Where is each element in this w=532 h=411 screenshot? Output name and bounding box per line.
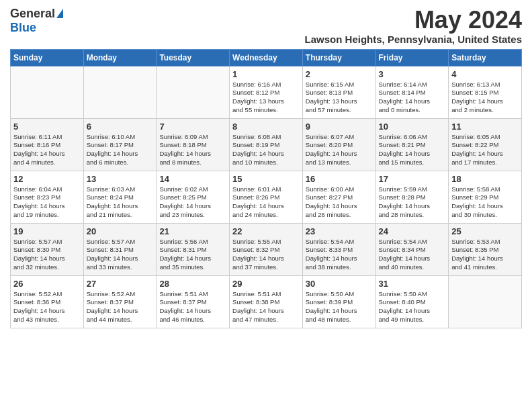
month-title: May 2024 <box>305 7 522 34</box>
calendar-cell: 2Sunrise: 6:15 AM Sunset: 8:13 PM Daylig… <box>302 66 375 118</box>
cell-info: Sunrise: 5:58 AM Sunset: 8:29 PM Dayligh… <box>451 185 519 220</box>
calendar-cell: 4Sunrise: 6:13 AM Sunset: 8:15 PM Daylig… <box>449 66 522 118</box>
cell-info: Sunrise: 6:14 AM Sunset: 8:14 PM Dayligh… <box>379 81 446 115</box>
calendar-week-row: 5Sunrise: 6:11 AM Sunset: 8:16 PM Daylig… <box>11 118 522 171</box>
calendar-cell: 5Sunrise: 6:11 AM Sunset: 8:16 PM Daylig… <box>11 118 84 171</box>
cell-info: Sunrise: 5:56 AM Sunset: 8:31 PM Dayligh… <box>159 238 226 272</box>
calendar-cell: 18Sunrise: 5:58 AM Sunset: 8:29 PM Dayli… <box>449 171 522 223</box>
day-number: 13 <box>87 174 154 184</box>
calendar-cell: 1Sunrise: 6:16 AM Sunset: 8:12 PM Daylig… <box>230 66 303 118</box>
calendar-cell: 24Sunrise: 5:54 AM Sunset: 8:34 PM Dayli… <box>375 223 449 275</box>
day-of-week-header: Tuesday <box>157 49 230 66</box>
calendar-cell: 20Sunrise: 5:57 AM Sunset: 8:31 PM Dayli… <box>83 223 157 275</box>
day-number: 18 <box>451 174 519 184</box>
day-number: 28 <box>159 279 226 289</box>
calendar-cell: 12Sunrise: 6:04 AM Sunset: 8:23 PM Dayli… <box>11 171 84 223</box>
day-of-week-header: Wednesday <box>230 49 303 66</box>
cell-info: Sunrise: 6:15 AM Sunset: 8:13 PM Dayligh… <box>306 81 373 115</box>
cell-info: Sunrise: 6:08 AM Sunset: 8:19 PM Dayligh… <box>232 133 300 167</box>
day-number: 5 <box>13 122 81 132</box>
day-number: 4 <box>451 69 519 79</box>
calendar-cell: 30Sunrise: 5:50 AM Sunset: 8:39 PM Dayli… <box>302 275 375 328</box>
day-number: 11 <box>451 122 519 132</box>
day-of-week-header: Monday <box>83 49 157 66</box>
cell-info: Sunrise: 6:00 AM Sunset: 8:27 PM Dayligh… <box>306 185 373 220</box>
calendar-header-row: SundayMondayTuesdayWednesdayThursdayFrid… <box>11 49 522 66</box>
day-of-week-header: Thursday <box>302 49 375 66</box>
cell-info: Sunrise: 6:10 AM Sunset: 8:17 PM Dayligh… <box>87 133 154 167</box>
day-number: 22 <box>232 226 300 236</box>
calendar-cell: 21Sunrise: 5:56 AM Sunset: 8:31 PM Dayli… <box>157 223 230 275</box>
calendar-cell: 13Sunrise: 6:03 AM Sunset: 8:24 PM Dayli… <box>83 171 157 223</box>
calendar-cell: 8Sunrise: 6:08 AM Sunset: 8:19 PM Daylig… <box>230 118 303 171</box>
day-number: 21 <box>159 226 226 236</box>
cell-info: Sunrise: 5:54 AM Sunset: 8:34 PM Dayligh… <box>379 238 446 272</box>
cell-info: Sunrise: 6:04 AM Sunset: 8:23 PM Dayligh… <box>13 185 81 220</box>
cell-info: Sunrise: 6:01 AM Sunset: 8:26 PM Dayligh… <box>232 185 300 220</box>
day-of-week-header: Saturday <box>449 49 522 66</box>
logo-triangle-icon <box>56 9 63 18</box>
calendar-cell: 3Sunrise: 6:14 AM Sunset: 8:14 PM Daylig… <box>375 66 449 118</box>
calendar-cell: 27Sunrise: 5:52 AM Sunset: 8:37 PM Dayli… <box>83 275 157 328</box>
day-of-week-header: Friday <box>375 49 449 66</box>
cell-info: Sunrise: 5:53 AM Sunset: 8:35 PM Dayligh… <box>451 238 519 272</box>
day-number: 14 <box>159 174 226 184</box>
calendar-cell <box>449 275 522 328</box>
cell-info: Sunrise: 6:16 AM Sunset: 8:12 PM Dayligh… <box>232 81 300 115</box>
day-number: 15 <box>232 174 300 184</box>
calendar-week-row: 19Sunrise: 5:57 AM Sunset: 8:30 PM Dayli… <box>11 223 522 275</box>
location-title: Lawson Heights, Pennsylvania, United Sta… <box>305 34 522 45</box>
calendar-cell: 9Sunrise: 6:07 AM Sunset: 8:20 PM Daylig… <box>302 118 375 171</box>
cell-info: Sunrise: 5:51 AM Sunset: 8:38 PM Dayligh… <box>232 290 300 324</box>
calendar-cell: 16Sunrise: 6:00 AM Sunset: 8:27 PM Dayli… <box>302 171 375 223</box>
calendar-cell: 31Sunrise: 5:50 AM Sunset: 8:40 PM Dayli… <box>375 275 449 328</box>
cell-info: Sunrise: 5:57 AM Sunset: 8:30 PM Dayligh… <box>13 238 81 272</box>
cell-info: Sunrise: 5:57 AM Sunset: 8:31 PM Dayligh… <box>87 238 154 272</box>
calendar-cell: 29Sunrise: 5:51 AM Sunset: 8:38 PM Dayli… <box>230 275 303 328</box>
day-number: 27 <box>87 279 154 289</box>
calendar-cell: 10Sunrise: 6:06 AM Sunset: 8:21 PM Dayli… <box>375 118 449 171</box>
day-number: 9 <box>306 122 373 132</box>
cell-info: Sunrise: 5:54 AM Sunset: 8:33 PM Dayligh… <box>306 238 373 272</box>
cell-info: Sunrise: 6:09 AM Sunset: 8:18 PM Dayligh… <box>159 133 226 167</box>
cell-info: Sunrise: 6:06 AM Sunset: 8:21 PM Dayligh… <box>379 133 446 167</box>
day-of-week-header: Sunday <box>11 49 84 66</box>
cell-info: Sunrise: 6:11 AM Sunset: 8:16 PM Dayligh… <box>13 133 81 167</box>
calendar-cell <box>11 66 84 118</box>
logo-blue-text: Blue <box>10 21 36 35</box>
day-number: 2 <box>306 69 373 79</box>
day-number: 19 <box>13 226 81 236</box>
calendar-cell: 14Sunrise: 6:02 AM Sunset: 8:25 PM Dayli… <box>157 171 230 223</box>
calendar-cell: 11Sunrise: 6:05 AM Sunset: 8:22 PM Dayli… <box>449 118 522 171</box>
cell-info: Sunrise: 6:13 AM Sunset: 8:15 PM Dayligh… <box>451 81 519 115</box>
day-number: 7 <box>159 122 226 132</box>
calendar-cell: 19Sunrise: 5:57 AM Sunset: 8:30 PM Dayli… <box>11 223 84 275</box>
day-number: 17 <box>379 174 446 184</box>
cell-info: Sunrise: 6:02 AM Sunset: 8:25 PM Dayligh… <box>159 185 226 220</box>
cell-info: Sunrise: 5:50 AM Sunset: 8:40 PM Dayligh… <box>379 290 446 324</box>
calendar-cell: 15Sunrise: 6:01 AM Sunset: 8:26 PM Dayli… <box>230 171 303 223</box>
calendar-cell: 17Sunrise: 5:59 AM Sunset: 8:28 PM Dayli… <box>375 171 449 223</box>
cell-info: Sunrise: 5:51 AM Sunset: 8:37 PM Dayligh… <box>159 290 226 324</box>
cell-info: Sunrise: 5:59 AM Sunset: 8:28 PM Dayligh… <box>379 185 446 220</box>
day-number: 31 <box>379 279 446 289</box>
calendar-cell: 28Sunrise: 5:51 AM Sunset: 8:37 PM Dayli… <box>157 275 230 328</box>
day-number: 30 <box>306 279 373 289</box>
calendar-cell: 26Sunrise: 5:52 AM Sunset: 8:36 PM Dayli… <box>11 275 84 328</box>
cell-info: Sunrise: 6:03 AM Sunset: 8:24 PM Dayligh… <box>87 185 154 220</box>
day-number: 1 <box>232 69 300 79</box>
cell-info: Sunrise: 5:55 AM Sunset: 8:32 PM Dayligh… <box>232 238 300 272</box>
title-block: May 2024 Lawson Heights, Pennsylvania, U… <box>305 7 522 45</box>
calendar-table: SundayMondayTuesdayWednesdayThursdayFrid… <box>10 49 522 328</box>
page-header: General Blue May 2024 Lawson Heights, Pe… <box>10 7 522 45</box>
day-number: 25 <box>451 226 519 236</box>
calendar-cell <box>83 66 157 118</box>
day-number: 8 <box>232 122 300 132</box>
cell-info: Sunrise: 6:07 AM Sunset: 8:20 PM Dayligh… <box>306 133 373 167</box>
cell-info: Sunrise: 6:05 AM Sunset: 8:22 PM Dayligh… <box>451 133 519 167</box>
calendar-cell <box>157 66 230 118</box>
day-number: 12 <box>13 174 81 184</box>
calendar-cell: 22Sunrise: 5:55 AM Sunset: 8:32 PM Dayli… <box>230 223 303 275</box>
calendar-week-row: 1Sunrise: 6:16 AM Sunset: 8:12 PM Daylig… <box>11 66 522 118</box>
cell-info: Sunrise: 5:52 AM Sunset: 8:36 PM Dayligh… <box>13 290 81 324</box>
